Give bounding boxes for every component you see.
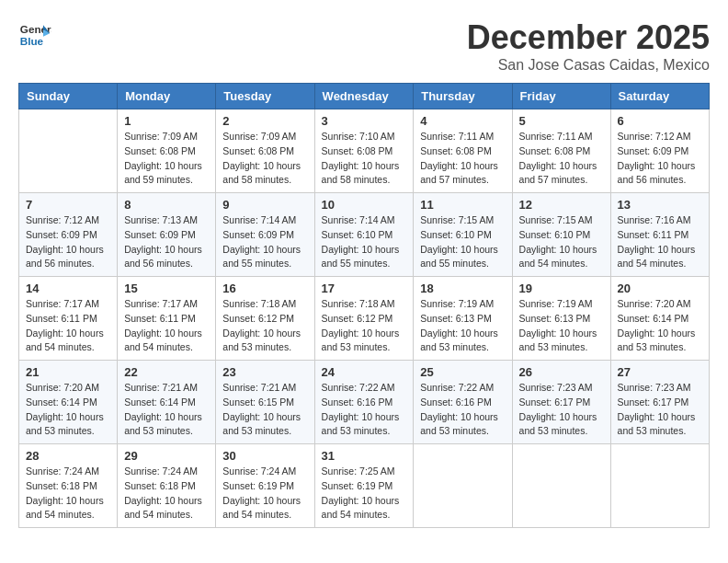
calendar-cell: 2Sunrise: 7:09 AM Sunset: 6:08 PM Daylig… bbox=[216, 109, 314, 193]
day-info: Sunrise: 7:15 AM Sunset: 6:10 PM Dayligh… bbox=[519, 213, 604, 271]
day-info: Sunrise: 7:24 AM Sunset: 6:19 PM Dayligh… bbox=[222, 465, 307, 523]
day-number: 23 bbox=[222, 365, 307, 379]
calendar-cell: 5Sunrise: 7:11 AM Sunset: 6:08 PM Daylig… bbox=[512, 109, 610, 193]
calendar-cell: 6Sunrise: 7:12 AM Sunset: 6:09 PM Daylig… bbox=[610, 109, 709, 193]
week-row-1: 1Sunrise: 7:09 AM Sunset: 6:08 PM Daylig… bbox=[19, 109, 710, 193]
day-number: 1 bbox=[124, 114, 209, 128]
calendar-cell: 7Sunrise: 7:12 AM Sunset: 6:09 PM Daylig… bbox=[19, 193, 118, 277]
day-info: Sunrise: 7:17 AM Sunset: 6:11 PM Dayligh… bbox=[124, 297, 209, 355]
day-info: Sunrise: 7:09 AM Sunset: 6:08 PM Dayligh… bbox=[222, 130, 307, 188]
calendar-cell: 17Sunrise: 7:18 AM Sunset: 6:12 PM Dayli… bbox=[314, 277, 414, 361]
day-number: 19 bbox=[519, 282, 604, 295]
logo: General Blue bbox=[18, 18, 51, 52]
week-row-2: 7Sunrise: 7:12 AM Sunset: 6:09 PM Daylig… bbox=[19, 193, 710, 277]
day-number: 17 bbox=[322, 282, 407, 295]
location-title: San Jose Casas Caidas, Mexico bbox=[467, 57, 710, 74]
day-info: Sunrise: 7:09 AM Sunset: 6:08 PM Dayligh… bbox=[124, 130, 209, 188]
calendar-cell: 3Sunrise: 7:10 AM Sunset: 6:08 PM Daylig… bbox=[314, 109, 414, 193]
day-header-tuesday: Tuesday bbox=[216, 84, 314, 109]
day-number: 20 bbox=[618, 282, 702, 295]
calendar-cell: 4Sunrise: 7:11 AM Sunset: 6:08 PM Daylig… bbox=[414, 109, 512, 193]
calendar-cell: 11Sunrise: 7:15 AM Sunset: 6:10 PM Dayli… bbox=[414, 193, 512, 277]
calendar-cell: 28Sunrise: 7:24 AM Sunset: 6:18 PM Dayli… bbox=[19, 444, 118, 528]
day-number: 26 bbox=[519, 365, 604, 379]
day-number: 30 bbox=[222, 449, 307, 463]
day-number: 3 bbox=[322, 114, 407, 128]
day-number: 10 bbox=[322, 198, 407, 212]
calendar-cell: 22Sunrise: 7:21 AM Sunset: 6:14 PM Dayli… bbox=[118, 361, 216, 444]
calendar-table: SundayMondayTuesdayWednesdayThursdayFrid… bbox=[18, 83, 710, 528]
calendar-cell bbox=[610, 444, 709, 528]
calendar-cell bbox=[19, 109, 118, 193]
day-info: Sunrise: 7:21 AM Sunset: 6:15 PM Dayligh… bbox=[222, 381, 307, 439]
calendar-cell: 24Sunrise: 7:22 AM Sunset: 6:16 PM Dayli… bbox=[314, 361, 414, 444]
day-info: Sunrise: 7:10 AM Sunset: 6:08 PM Dayligh… bbox=[322, 130, 407, 188]
day-number: 27 bbox=[618, 365, 702, 379]
week-row-4: 21Sunrise: 7:20 AM Sunset: 6:14 PM Dayli… bbox=[19, 361, 710, 444]
calendar-cell: 8Sunrise: 7:13 AM Sunset: 6:09 PM Daylig… bbox=[118, 193, 216, 277]
calendar-cell: 27Sunrise: 7:23 AM Sunset: 6:17 PM Dayli… bbox=[610, 361, 709, 444]
calendar-cell: 19Sunrise: 7:19 AM Sunset: 6:13 PM Dayli… bbox=[512, 277, 610, 361]
day-info: Sunrise: 7:24 AM Sunset: 6:18 PM Dayligh… bbox=[124, 465, 209, 523]
calendar-cell: 21Sunrise: 7:20 AM Sunset: 6:14 PM Dayli… bbox=[19, 361, 118, 444]
day-info: Sunrise: 7:12 AM Sunset: 6:09 PM Dayligh… bbox=[618, 130, 702, 188]
calendar-cell: 20Sunrise: 7:20 AM Sunset: 6:14 PM Dayli… bbox=[610, 277, 709, 361]
day-number: 29 bbox=[124, 449, 209, 463]
calendar-cell bbox=[414, 444, 512, 528]
day-number: 25 bbox=[420, 365, 505, 379]
day-info: Sunrise: 7:12 AM Sunset: 6:09 PM Dayligh… bbox=[26, 213, 110, 271]
day-info: Sunrise: 7:11 AM Sunset: 6:08 PM Dayligh… bbox=[519, 130, 604, 188]
day-info: Sunrise: 7:21 AM Sunset: 6:14 PM Dayligh… bbox=[124, 381, 209, 439]
day-info: Sunrise: 7:14 AM Sunset: 6:10 PM Dayligh… bbox=[322, 213, 407, 271]
day-info: Sunrise: 7:19 AM Sunset: 6:13 PM Dayligh… bbox=[519, 297, 604, 355]
day-info: Sunrise: 7:25 AM Sunset: 6:19 PM Dayligh… bbox=[322, 465, 407, 523]
days-header-row: SundayMondayTuesdayWednesdayThursdayFrid… bbox=[19, 84, 710, 109]
calendar-cell: 14Sunrise: 7:17 AM Sunset: 6:11 PM Dayli… bbox=[19, 277, 118, 361]
day-number: 21 bbox=[26, 365, 110, 379]
calendar-cell: 1Sunrise: 7:09 AM Sunset: 6:08 PM Daylig… bbox=[118, 109, 216, 193]
day-number: 15 bbox=[124, 282, 209, 295]
page-header: General Blue December 2025 San Jose Casa… bbox=[18, 18, 710, 74]
day-info: Sunrise: 7:18 AM Sunset: 6:12 PM Dayligh… bbox=[322, 297, 407, 355]
day-number: 28 bbox=[26, 449, 110, 463]
day-info: Sunrise: 7:16 AM Sunset: 6:11 PM Dayligh… bbox=[618, 213, 702, 271]
calendar-cell: 30Sunrise: 7:24 AM Sunset: 6:19 PM Dayli… bbox=[216, 444, 314, 528]
calendar-cell: 16Sunrise: 7:18 AM Sunset: 6:12 PM Dayli… bbox=[216, 277, 314, 361]
day-info: Sunrise: 7:13 AM Sunset: 6:09 PM Dayligh… bbox=[124, 213, 209, 271]
day-info: Sunrise: 7:17 AM Sunset: 6:11 PM Dayligh… bbox=[26, 297, 110, 355]
day-header-sunday: Sunday bbox=[19, 84, 118, 109]
month-title: December 2025 bbox=[467, 18, 710, 57]
day-number: 7 bbox=[26, 198, 110, 212]
day-header-monday: Monday bbox=[118, 84, 216, 109]
day-header-friday: Friday bbox=[512, 84, 610, 109]
day-info: Sunrise: 7:14 AM Sunset: 6:09 PM Dayligh… bbox=[222, 213, 307, 271]
week-row-3: 14Sunrise: 7:17 AM Sunset: 6:11 PM Dayli… bbox=[19, 277, 710, 361]
calendar-cell bbox=[512, 444, 610, 528]
day-number: 14 bbox=[26, 282, 110, 295]
day-number: 6 bbox=[618, 114, 702, 128]
calendar-cell: 13Sunrise: 7:16 AM Sunset: 6:11 PM Dayli… bbox=[610, 193, 709, 277]
day-number: 31 bbox=[322, 449, 407, 463]
calendar-cell: 31Sunrise: 7:25 AM Sunset: 6:19 PM Dayli… bbox=[314, 444, 414, 528]
day-number: 4 bbox=[420, 114, 505, 128]
day-number: 13 bbox=[618, 198, 702, 212]
day-info: Sunrise: 7:22 AM Sunset: 6:16 PM Dayligh… bbox=[322, 381, 407, 439]
day-info: Sunrise: 7:19 AM Sunset: 6:13 PM Dayligh… bbox=[420, 297, 505, 355]
day-info: Sunrise: 7:23 AM Sunset: 6:17 PM Dayligh… bbox=[618, 381, 702, 439]
week-row-5: 28Sunrise: 7:24 AM Sunset: 6:18 PM Dayli… bbox=[19, 444, 710, 528]
day-info: Sunrise: 7:24 AM Sunset: 6:18 PM Dayligh… bbox=[26, 465, 110, 523]
day-header-saturday: Saturday bbox=[610, 84, 709, 109]
day-number: 5 bbox=[519, 114, 604, 128]
day-number: 8 bbox=[124, 198, 209, 212]
day-number: 9 bbox=[222, 198, 307, 212]
calendar-cell: 25Sunrise: 7:22 AM Sunset: 6:16 PM Dayli… bbox=[414, 361, 512, 444]
day-number: 18 bbox=[420, 282, 505, 295]
day-info: Sunrise: 7:22 AM Sunset: 6:16 PM Dayligh… bbox=[420, 381, 505, 439]
calendar-cell: 26Sunrise: 7:23 AM Sunset: 6:17 PM Dayli… bbox=[512, 361, 610, 444]
day-info: Sunrise: 7:23 AM Sunset: 6:17 PM Dayligh… bbox=[519, 381, 604, 439]
calendar-cell: 15Sunrise: 7:17 AM Sunset: 6:11 PM Dayli… bbox=[118, 277, 216, 361]
day-info: Sunrise: 7:20 AM Sunset: 6:14 PM Dayligh… bbox=[26, 381, 110, 439]
day-number: 11 bbox=[420, 198, 505, 212]
calendar-cell: 12Sunrise: 7:15 AM Sunset: 6:10 PM Dayli… bbox=[512, 193, 610, 277]
day-number: 16 bbox=[222, 282, 307, 295]
